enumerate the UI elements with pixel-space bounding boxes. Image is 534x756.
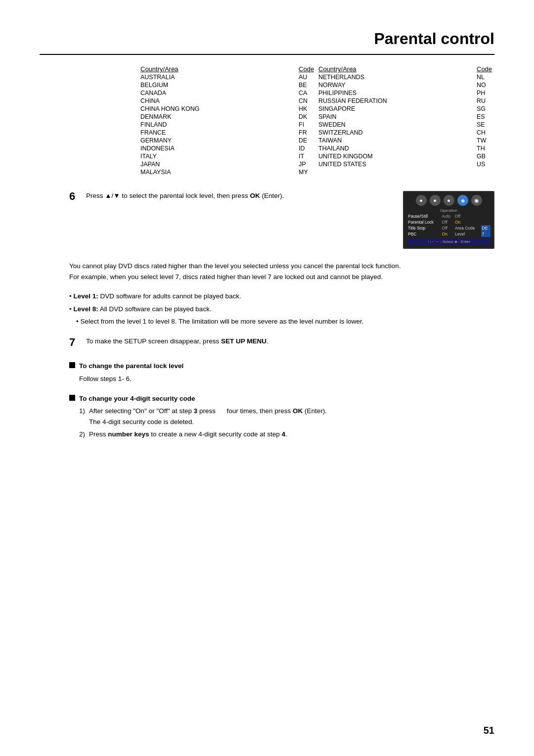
sub-section-1-body: Follow steps 1- 6. xyxy=(69,374,494,384)
table-row: NORWAYNO xyxy=(316,81,494,89)
screen-val-auto: Auto xyxy=(441,213,454,219)
country-name: CHINA HONG KONG xyxy=(138,105,297,113)
step7-content: To make the SETUP screen disappear, pres… xyxy=(86,336,268,347)
screen-val-de: DE xyxy=(481,225,490,231)
screen-label-pause: Pause/Still xyxy=(407,213,441,219)
black-square-1 xyxy=(69,362,75,368)
country-code: CA xyxy=(297,89,316,97)
table-row: AUSTRALIAAU xyxy=(138,73,316,81)
screen-label-pbc: PBC xyxy=(407,231,441,237)
country-name: NETHERLANDS xyxy=(316,73,475,81)
numbered-item-1: 1) After selecting "On" or "Off" at step… xyxy=(79,406,494,427)
country-name: DENMARK xyxy=(138,113,297,121)
table-row: DENMARKDK xyxy=(138,113,316,121)
country-name: RUSSIAN FEDERATION xyxy=(316,97,475,105)
table-row: FINLANDFI xyxy=(138,121,316,129)
country-name: GERMANY xyxy=(138,137,297,144)
bullet-item-3: • Select from the level 1 to level 8. Th… xyxy=(76,316,494,327)
country-name: TAIWAN xyxy=(316,137,475,144)
country-code: SE xyxy=(475,121,494,129)
table-row: SWITZERLANDCH xyxy=(316,129,494,137)
screen-icon-4: ◈ xyxy=(457,195,468,206)
screen-val-level: Level xyxy=(454,231,481,237)
country-code: HK xyxy=(297,105,316,113)
country-code: GB xyxy=(475,152,494,160)
country-code: TW xyxy=(475,137,494,144)
country-code: FR xyxy=(297,129,316,137)
table-row: THAILANDTH xyxy=(316,144,494,152)
numbered-item-2: 2) Press number keys to create a new 4-d… xyxy=(79,429,494,440)
screen-icons-row: ● ● ● ◈ ◉ xyxy=(407,195,490,206)
country-name: CANADA xyxy=(138,89,297,97)
page-title: Parental control xyxy=(40,30,494,55)
step6-section: 6 Press ▲/▼ to select the parental lock … xyxy=(69,191,494,249)
col1-country-header: Country/Area xyxy=(138,65,297,73)
page-number: 51 xyxy=(484,725,494,736)
country-name: AUSTRALIA xyxy=(138,73,297,81)
bullet-list: Level 1: DVD software for adults cannot … xyxy=(69,291,494,327)
screen-table: Pause/Still Auto Off Parental Lock Off O… xyxy=(407,213,490,237)
screen-header-label: Operation xyxy=(407,208,490,213)
table-row: SPAINES xyxy=(316,113,494,121)
country-name: THAILAND xyxy=(316,144,475,152)
country-name: FINLAND xyxy=(138,121,297,129)
item-num-2: 2) xyxy=(79,429,89,440)
country-table-right: Country/Area Code NETHERLANDSNLNORWAYNOP… xyxy=(316,65,494,168)
screen-val-off1: Off xyxy=(454,213,481,219)
country-name: JAPAN xyxy=(138,160,297,168)
screen-icon-1: ● xyxy=(416,195,427,206)
country-code: SG xyxy=(475,105,494,113)
screen-icon-5: ◉ xyxy=(471,195,482,206)
screen-val-on2: On xyxy=(441,231,454,237)
table-row: MALAYSIAMY xyxy=(138,168,316,176)
sub-section-1-title-text: To change the parental lock level xyxy=(79,361,183,372)
col2-code-header: Code xyxy=(475,65,494,73)
table-row: CHINACN xyxy=(138,97,316,105)
item-num-1: 1) xyxy=(79,406,89,427)
country-name: SINGAPORE xyxy=(316,105,475,113)
country-code: BE xyxy=(297,81,316,89)
country-name: CHINA xyxy=(138,97,297,105)
table-row: UNITED STATESUS xyxy=(316,160,494,168)
country-name: UNITED KINGDOM xyxy=(316,152,475,160)
screen-label-title: Title Stop xyxy=(407,225,441,231)
screen-icon-2: ● xyxy=(430,195,441,206)
sub-section-2-title-text: To change your 4-digit security code xyxy=(79,393,195,404)
country-code: US xyxy=(475,160,494,168)
country-code: CH xyxy=(475,129,494,137)
screen-val-off3: Off xyxy=(441,225,454,231)
country-code: ES xyxy=(475,113,494,121)
country-name: SWITZERLAND xyxy=(316,129,475,137)
sub-section-2-body: 1) After selecting "On" or "Off" at step… xyxy=(69,406,494,440)
country-name: MALAYSIA xyxy=(138,168,297,176)
country-code: NL xyxy=(475,73,494,81)
bullet-item-1: Level 1: DVD software for adults cannot … xyxy=(69,291,494,302)
country-name: NORWAY xyxy=(316,81,475,89)
country-code: ID xyxy=(297,144,316,152)
table-row: BELGIUMBE xyxy=(138,81,316,89)
country-name: SPAIN xyxy=(316,113,475,121)
country-table-area: Country/Area Code AUSTRALIAAUBELGIUMBECA… xyxy=(138,65,494,176)
country-table-left: Country/Area Code AUSTRALIAAUBELGIUMBECA… xyxy=(138,65,316,176)
country-name: BELGIUM xyxy=(138,81,297,89)
country-column-right: Country/Area Code NETHERLANDSNLNORWAYNOP… xyxy=(316,65,494,176)
black-square-2 xyxy=(69,395,75,401)
country-name: PHILIPPINES xyxy=(316,89,475,97)
screen-mockup: ● ● ● ◈ ◉ Operation Pause/Still Auto Off… xyxy=(403,191,494,249)
table-row: INDONESIAID xyxy=(138,144,316,152)
country-code: MY xyxy=(297,168,316,176)
sub-section-title-2: To change your 4-digit security code xyxy=(69,393,494,404)
country-code: RU xyxy=(475,97,494,105)
screen-icon-3: ● xyxy=(444,195,454,206)
col1-code-header: Code xyxy=(297,65,316,73)
screen-row-titlestop: Title Stop Off Area Code DE xyxy=(407,225,490,231)
screen-label-parental: Parental Lock xyxy=(407,219,441,225)
country-code: TH xyxy=(475,144,494,152)
step7-section: 7 To make the SETUP screen disappear, pr… xyxy=(69,336,494,349)
table-row: TAIWANTW xyxy=(316,137,494,144)
country-name: UNITED STATES xyxy=(316,160,475,168)
country-code: NO xyxy=(475,81,494,89)
item-text-2: Press number keys to create a new 4-digi… xyxy=(89,429,287,440)
table-row: SWEDENSE xyxy=(316,121,494,129)
table-row: NETHERLANDSNL xyxy=(316,73,494,81)
